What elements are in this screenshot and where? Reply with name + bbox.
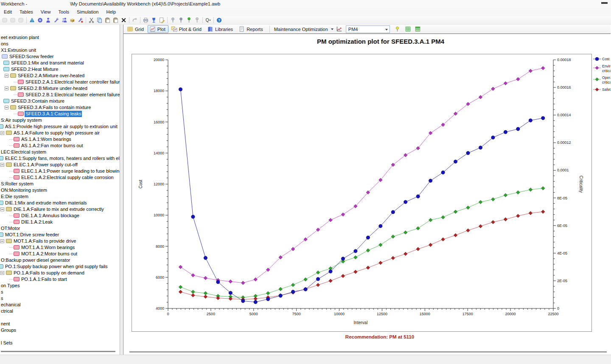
- tree-node-label[interactable]: PO.1:Supply backup power when grid suppl…: [4, 263, 109, 270]
- tree-node-label[interactable]: Groups: [0, 327, 17, 333]
- tree-row[interactable]: SFEED.2:Heat Mixture: [0, 66, 120, 73]
- tree-node-label[interactable]: l Sets: [0, 340, 14, 346]
- tree-collapse-icon[interactable]: [0, 163, 4, 167]
- tree-node-label[interactable]: SFEED.2.B:Mixture under-heated: [17, 85, 88, 92]
- tree-row[interactable]: on Types: [0, 283, 120, 289]
- tree-row[interactable]: ON:Monitoring system: [0, 187, 120, 193]
- plot-horizontal-scrollbar[interactable]: [129, 351, 607, 353]
- menu-tables[interactable]: Tables: [16, 8, 37, 15]
- tree-node-label[interactable]: SFEED.2:Heat Mixture: [10, 66, 59, 73]
- tree-node-label[interactable]: on Types: [0, 283, 20, 289]
- view-button-plot-grid[interactable]: Plot & Grid: [169, 25, 205, 33]
- paste-special-button[interactable]: [112, 17, 120, 24]
- new-document-button[interactable]: [1, 17, 9, 24]
- view-button-plot[interactable]: Plot: [148, 25, 168, 33]
- tree-node-label[interactable]: DIE.1.A:Failure to mix and extrude corre…: [13, 206, 105, 213]
- tree-node-label[interactable]: ON:Monitoring system: [0, 187, 48, 193]
- tree-node-label[interactable]: SFEED.2.A.1:Electrical heater controller…: [25, 79, 120, 85]
- tree-horizontal-scrollbar[interactable]: [1, 351, 115, 352]
- grid-table-header-button[interactable]: [414, 25, 422, 33]
- tree-node-label[interactable]: OT:Motor: [0, 225, 21, 232]
- tree-node-label[interactable]: ELEC.1:Supply fans, motors, heaters and …: [4, 155, 120, 162]
- panel-splitter[interactable]: [120, 25, 123, 355]
- tree-node-label[interactable]: DIE.1:Mix and extrude molten materials: [4, 200, 88, 206]
- tree-row[interactable]: SFEED.2.B:Mixture under-heated: [0, 85, 120, 92]
- tree-row[interactable]: nent: [0, 321, 120, 327]
- tree-node-label[interactable]: DIE.1.A.1:Annulus blockage: [20, 213, 80, 219]
- help-button[interactable]: ?: [215, 17, 223, 24]
- target-icon-button[interactable]: [36, 17, 44, 24]
- tree-node-label[interactable]: S:Air supply system: [0, 117, 43, 123]
- tree-row[interactable]: DIE.1:Mix and extrude molten materials: [0, 200, 120, 206]
- tree-node-label[interactable]: ELEC.1.A:Power supply cut-off: [13, 162, 78, 168]
- tree-row[interactable]: [0, 333, 120, 340]
- save-project-button[interactable]: [17, 17, 25, 24]
- tree-collapse-icon[interactable]: [0, 239, 4, 243]
- pin-green-button[interactable]: [185, 17, 193, 24]
- tree-node-label[interactable]: s: [0, 289, 4, 295]
- tree-row[interactable]: ELEC.1.A.1:Power surge leading to fuse b…: [0, 168, 120, 174]
- tree-node-label[interactable]: MOT.1:Drive screw feeder: [4, 232, 60, 238]
- tree-row[interactable]: AS.1:Provide high pressure air supply to…: [0, 123, 120, 130]
- tree-node-label[interactable]: ons: [0, 41, 9, 47]
- tree-node-label[interactable]: O:Backup power diesel generator: [0, 257, 71, 263]
- tree-node-label[interactable]: PO.1.A.1:Fails to start: [20, 276, 68, 283]
- menu-help[interactable]: Help: [102, 8, 120, 15]
- tree-node-label[interactable]: S:Roller system: [0, 181, 34, 187]
- pm-task-combobox[interactable]: PM4: [346, 25, 390, 33]
- package-icon-button[interactable]: [68, 17, 76, 24]
- tree-node-label[interactable]: AS.1.A:Failure to supply high pressure a…: [13, 130, 101, 136]
- tree-row[interactable]: SFEED.3.A.1:Casing leaks: [0, 111, 120, 117]
- tree-row[interactable]: AS.1.A.2:Fan motor burns out: [0, 143, 120, 149]
- tree-node-label[interactable]: echanical: [0, 302, 21, 308]
- menu-tools[interactable]: Tools: [54, 8, 73, 15]
- delete-button[interactable]: [120, 17, 128, 24]
- tree-row[interactable]: PO.1.A:Fails to supply on demand: [0, 270, 120, 276]
- pin-yellow-button[interactable]: [393, 25, 401, 33]
- tree-node-label[interactable]: SFEED.2.B.1:Electrical heater element fa…: [25, 92, 120, 98]
- tree-row[interactable]: DIE.1.A:Failure to mix and extrude corre…: [0, 206, 120, 213]
- tree-row[interactable]: ELEC.1:Supply fans, motors, heaters and …: [0, 155, 120, 162]
- grid-table-button[interactable]: [404, 25, 412, 33]
- tree-row[interactable]: S:Roller system: [0, 181, 120, 187]
- tree-row[interactable]: DIE.1.A.2:Leak: [0, 219, 120, 225]
- tree-node-label[interactable]: AS.1:Provide high pressure air supply to…: [4, 123, 118, 130]
- pushpin-dark-button[interactable]: [177, 17, 185, 24]
- tree-row[interactable]: l Sets: [0, 340, 120, 346]
- tree-row[interactable]: MOT.1.A:Fails to provide drive: [0, 238, 120, 244]
- tree-row[interactable]: AS.1.A.1:Worn bearings: [0, 136, 120, 143]
- tree-row[interactable]: [0, 314, 120, 321]
- goblet-icon-button[interactable]: [150, 17, 158, 24]
- zoom-select-button[interactable]: Q: [204, 17, 212, 24]
- tree-node-label[interactable]: E:Die system: [0, 193, 29, 200]
- tree-row[interactable]: SFEED.3.A:Fails to contain mixture: [0, 104, 120, 111]
- tree-collapse-icon[interactable]: [5, 87, 8, 90]
- tree-node-label[interactable]: DIE.1.A.2:Leak: [20, 219, 53, 225]
- tree-node-label[interactable]: nent: [0, 321, 11, 327]
- undo-button[interactable]: [131, 17, 139, 24]
- tree-row[interactable]: X1:Extrusion unit: [0, 47, 120, 53]
- tree-row[interactable]: SFEED:Screw feeder: [0, 53, 120, 60]
- tree-row[interactable]: O:Backup power diesel generator: [0, 257, 120, 263]
- tree-node-label[interactable]: LEC:Electrical system: [0, 149, 47, 155]
- warning-triangle-button[interactable]: [28, 17, 36, 24]
- tree-node-label[interactable]: s: [0, 295, 4, 302]
- tree-row[interactable]: MOT.1.A.2:Motor burns out: [0, 251, 120, 257]
- menu-simulation[interactable]: Simulation: [73, 8, 102, 15]
- tree-row[interactable]: SFEED.1:Mix and transmit material: [0, 60, 120, 66]
- print-button[interactable]: [142, 17, 150, 24]
- tree-node-label[interactable]: SFEED.1:Mix and transmit material: [10, 60, 85, 66]
- tree-collapse-icon[interactable]: [0, 207, 4, 211]
- person-icon-button[interactable]: [44, 17, 52, 24]
- tree-row[interactable]: Groups: [0, 327, 120, 333]
- tree-collapse-icon[interactable]: [5, 74, 8, 78]
- tree-collapse-icon[interactable]: [0, 271, 4, 275]
- pushpin-light-button[interactable]: [169, 17, 177, 24]
- tree-collapse-icon[interactable]: [5, 106, 8, 109]
- view-button-grid[interactable]: Grid: [125, 25, 147, 33]
- pin-gray-button[interactable]: [193, 17, 201, 24]
- tree-row[interactable]: E:Die system: [0, 193, 120, 200]
- tree-node-label[interactable]: PO.1.A:Fails to supply on demand: [13, 270, 85, 276]
- tree-node-label[interactable]: MOT.1.A.2:Motor burns out: [20, 251, 78, 257]
- tree-row[interactable]: ELEC.1.A.2:Electrical supply cable corro…: [0, 174, 120, 181]
